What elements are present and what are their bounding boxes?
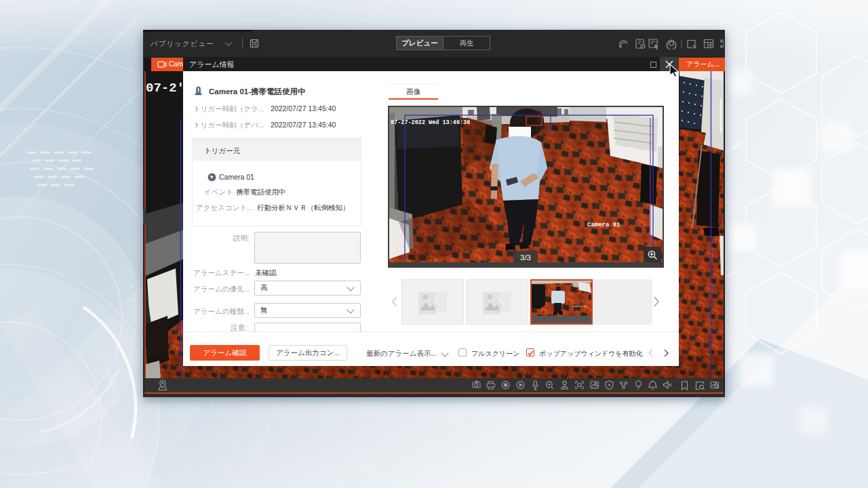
svg-text:07-27-2022 Wed 13:46:36: 07-27-2022 Wed 13:46:36 — [391, 119, 470, 126]
svg-text:3/3: 3/3 — [520, 253, 531, 262]
svg-text:07-2': 07-2' — [146, 81, 184, 96]
svg-text:Camera 01: Camera 01 — [587, 222, 620, 228]
svg-text:Camera 01: Camera 01 — [572, 305, 587, 308]
